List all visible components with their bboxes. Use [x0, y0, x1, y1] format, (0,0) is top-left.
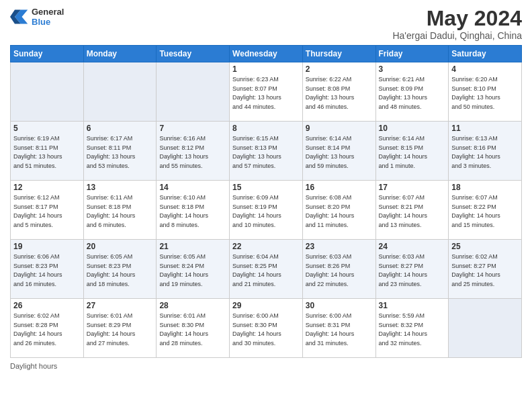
day-number: 14 [159, 183, 226, 192]
day-info: Sunrise: 6:00 AM Sunset: 8:30 PM Dayligh… [232, 312, 300, 348]
title-block: May 2024 Ha'ergai Dadui, Qinghai, China [392, 7, 522, 41]
week-row-5: 26Sunrise: 6:02 AM Sunset: 8:28 PM Dayli… [11, 299, 522, 358]
day-number: 6 [87, 124, 154, 133]
day-info: Sunrise: 6:05 AM Sunset: 8:24 PM Dayligh… [159, 253, 226, 289]
logo-icon [10, 7, 29, 26]
calendar-cell: 29Sunrise: 6:00 AM Sunset: 8:30 PM Dayli… [230, 299, 303, 358]
weekday-header-saturday: Saturday [449, 46, 522, 62]
day-info: Sunrise: 6:14 AM Sunset: 8:14 PM Dayligh… [306, 134, 373, 171]
day-info: Sunrise: 6:10 AM Sunset: 8:18 PM Dayligh… [159, 193, 226, 230]
day-info: Sunrise: 6:09 AM Sunset: 8:19 PM Dayligh… [232, 193, 300, 230]
calendar-body: 1Sunrise: 6:23 AM Sunset: 8:07 PM Daylig… [11, 62, 522, 358]
day-number: 28 [159, 301, 226, 310]
calendar-cell: 7Sunrise: 6:16 AM Sunset: 8:12 PM Daylig… [157, 122, 230, 181]
day-number: 22 [232, 242, 300, 251]
day-number: 3 [379, 64, 446, 74]
day-info: Sunrise: 6:02 AM Sunset: 8:28 PM Dayligh… [13, 312, 81, 348]
day-number: 12 [13, 183, 81, 192]
logo-text: General Blue [32, 7, 64, 27]
day-number: 20 [87, 242, 154, 251]
calendar: SundayMondayTuesdayWednesdayThursdayFrid… [10, 45, 522, 358]
day-number: 29 [232, 301, 300, 310]
calendar-cell: 19Sunrise: 6:06 AM Sunset: 8:23 PM Dayli… [11, 240, 84, 299]
day-number: 9 [306, 124, 373, 133]
day-info: Sunrise: 6:11 AM Sunset: 8:18 PM Dayligh… [87, 193, 154, 230]
calendar-cell: 5Sunrise: 6:19 AM Sunset: 8:11 PM Daylig… [11, 122, 84, 181]
page: General Blue May 2024 Ha'ergai Dadui, Qi… [0, 0, 532, 411]
day-info: Sunrise: 6:00 AM Sunset: 8:31 PM Dayligh… [306, 312, 373, 348]
day-number: 21 [159, 242, 226, 251]
day-info: Sunrise: 6:20 AM Sunset: 8:10 PM Dayligh… [451, 75, 519, 111]
calendar-cell: 2Sunrise: 6:22 AM Sunset: 8:08 PM Daylig… [302, 62, 375, 122]
calendar-cell: 25Sunrise: 6:02 AM Sunset: 8:27 PM Dayli… [449, 240, 522, 299]
day-number: 24 [379, 242, 446, 251]
day-info: Sunrise: 6:15 AM Sunset: 8:13 PM Dayligh… [232, 134, 300, 171]
calendar-cell: 14Sunrise: 6:10 AM Sunset: 8:18 PM Dayli… [157, 181, 230, 240]
day-number: 19 [13, 242, 81, 251]
month-year: May 2024 [392, 7, 522, 30]
calendar-cell: 21Sunrise: 6:05 AM Sunset: 8:24 PM Dayli… [157, 240, 230, 299]
calendar-cell: 30Sunrise: 6:00 AM Sunset: 8:31 PM Dayli… [302, 299, 375, 358]
calendar-cell: 1Sunrise: 6:23 AM Sunset: 8:07 PM Daylig… [230, 62, 303, 122]
calendar-cell [11, 62, 84, 122]
calendar-header: SundayMondayTuesdayWednesdayThursdayFrid… [11, 46, 522, 62]
weekday-row: SundayMondayTuesdayWednesdayThursdayFrid… [11, 46, 522, 62]
footer: Daylight hours [10, 362, 522, 370]
calendar-cell: 15Sunrise: 6:09 AM Sunset: 8:19 PM Dayli… [230, 181, 303, 240]
day-info: Sunrise: 6:03 AM Sunset: 8:26 PM Dayligh… [306, 253, 373, 289]
day-number: 30 [306, 301, 373, 310]
calendar-cell: 27Sunrise: 6:01 AM Sunset: 8:29 PM Dayli… [83, 299, 157, 358]
day-info: Sunrise: 5:59 AM Sunset: 8:32 PM Dayligh… [379, 312, 446, 348]
calendar-cell: 8Sunrise: 6:15 AM Sunset: 8:13 PM Daylig… [230, 122, 303, 181]
day-number: 7 [159, 124, 226, 133]
calendar-cell: 26Sunrise: 6:02 AM Sunset: 8:28 PM Dayli… [11, 299, 84, 358]
calendar-cell [449, 299, 522, 358]
day-info: Sunrise: 6:23 AM Sunset: 8:07 PM Dayligh… [232, 75, 300, 111]
day-info: Sunrise: 6:21 AM Sunset: 8:09 PM Dayligh… [379, 75, 446, 111]
calendar-cell [83, 62, 157, 122]
day-number: 23 [306, 242, 373, 251]
day-info: Sunrise: 6:12 AM Sunset: 8:17 PM Dayligh… [13, 193, 81, 230]
calendar-cell: 20Sunrise: 6:05 AM Sunset: 8:23 PM Dayli… [83, 240, 157, 299]
day-info: Sunrise: 6:16 AM Sunset: 8:12 PM Dayligh… [159, 134, 226, 171]
calendar-cell: 31Sunrise: 5:59 AM Sunset: 8:32 PM Dayli… [375, 299, 449, 358]
weekday-header-sunday: Sunday [11, 46, 84, 62]
day-info: Sunrise: 6:14 AM Sunset: 8:15 PM Dayligh… [379, 134, 446, 171]
day-info: Sunrise: 6:17 AM Sunset: 8:11 PM Dayligh… [87, 134, 154, 171]
day-number: 25 [451, 242, 519, 251]
weekday-header-monday: Monday [83, 46, 157, 62]
calendar-cell [157, 62, 230, 122]
day-info: Sunrise: 6:13 AM Sunset: 8:16 PM Dayligh… [451, 134, 519, 171]
day-number: 27 [87, 301, 154, 310]
week-row-2: 5Sunrise: 6:19 AM Sunset: 8:11 PM Daylig… [11, 122, 522, 181]
day-number: 16 [306, 183, 373, 192]
calendar-cell: 10Sunrise: 6:14 AM Sunset: 8:15 PM Dayli… [375, 122, 449, 181]
day-number: 31 [379, 301, 446, 310]
calendar-cell: 22Sunrise: 6:04 AM Sunset: 8:25 PM Dayli… [230, 240, 303, 299]
weekday-header-tuesday: Tuesday [157, 46, 230, 62]
daylight-label: Daylight hours [10, 362, 57, 370]
day-info: Sunrise: 6:03 AM Sunset: 8:27 PM Dayligh… [379, 253, 446, 289]
day-number: 13 [87, 183, 154, 192]
calendar-cell: 12Sunrise: 6:12 AM Sunset: 8:17 PM Dayli… [11, 181, 84, 240]
logo-line1: General [32, 7, 64, 17]
calendar-cell: 6Sunrise: 6:17 AM Sunset: 8:11 PM Daylig… [83, 122, 157, 181]
day-info: Sunrise: 6:08 AM Sunset: 8:20 PM Dayligh… [306, 193, 373, 230]
calendar-cell: 23Sunrise: 6:03 AM Sunset: 8:26 PM Dayli… [302, 240, 375, 299]
calendar-cell: 28Sunrise: 6:01 AM Sunset: 8:30 PM Dayli… [157, 299, 230, 358]
logo: General Blue [10, 7, 64, 27]
day-number: 10 [379, 124, 446, 133]
calendar-cell: 17Sunrise: 6:07 AM Sunset: 8:21 PM Dayli… [375, 181, 449, 240]
logo-line2: Blue [32, 17, 64, 27]
day-info: Sunrise: 6:02 AM Sunset: 8:27 PM Dayligh… [451, 253, 519, 289]
header: General Blue May 2024 Ha'ergai Dadui, Qi… [10, 7, 522, 41]
day-info: Sunrise: 6:05 AM Sunset: 8:23 PM Dayligh… [87, 253, 154, 289]
day-number: 18 [451, 183, 519, 192]
day-number: 11 [451, 124, 519, 133]
day-info: Sunrise: 6:07 AM Sunset: 8:21 PM Dayligh… [379, 193, 446, 230]
day-info: Sunrise: 6:22 AM Sunset: 8:08 PM Dayligh… [306, 75, 373, 111]
weekday-header-friday: Friday [375, 46, 449, 62]
day-number: 1 [232, 64, 300, 74]
week-row-4: 19Sunrise: 6:06 AM Sunset: 8:23 PM Dayli… [11, 240, 522, 299]
day-info: Sunrise: 6:06 AM Sunset: 8:23 PM Dayligh… [13, 253, 81, 289]
